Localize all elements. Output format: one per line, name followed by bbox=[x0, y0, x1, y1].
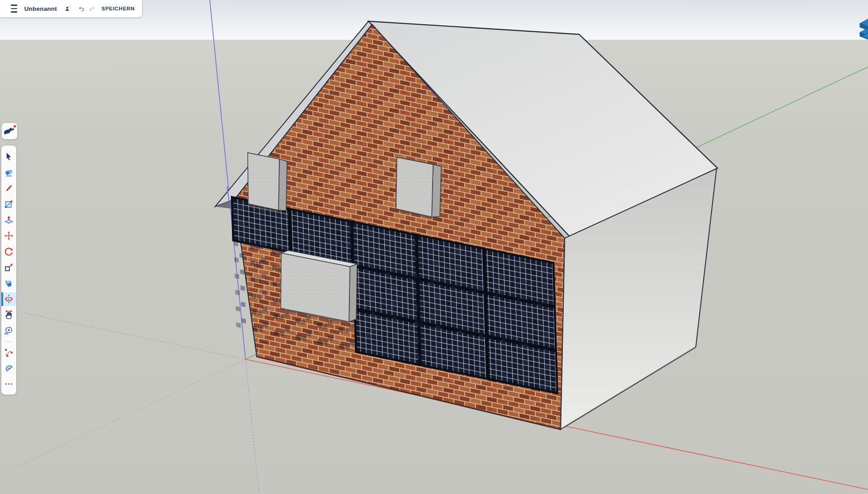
rectangle-shape-icon bbox=[4, 199, 14, 209]
eraser-icon bbox=[4, 167, 14, 178]
move-icon bbox=[4, 231, 14, 241]
tool-paint[interactable] bbox=[1, 277, 16, 290]
3d-viewport[interactable] bbox=[0, 0, 868, 494]
undo-icon[interactable] bbox=[78, 3, 85, 14]
tool-palette bbox=[1, 146, 16, 395]
tool-tape-measure[interactable] bbox=[1, 324, 16, 338]
select-arrow-icon bbox=[4, 151, 14, 162]
box-side-face bbox=[349, 264, 357, 322]
tool-rotate[interactable] bbox=[1, 245, 16, 259]
protractor-icon bbox=[4, 363, 14, 373]
tape-measure-icon bbox=[4, 325, 14, 336]
box-front-face bbox=[396, 157, 433, 217]
pan-hand-icon bbox=[4, 310, 14, 320]
sketchup-logo bbox=[854, 16, 868, 42]
tool-shapes[interactable] bbox=[1, 198, 16, 211]
tool-eraser[interactable] bbox=[1, 166, 16, 179]
paint-bucket-icon bbox=[4, 278, 14, 288]
tool-scale[interactable] bbox=[1, 261, 16, 274]
rotate-icon bbox=[4, 246, 14, 257]
tool-select[interactable] bbox=[1, 150, 16, 164]
sketchup-web-app: Unbenannt SPEICHERN bbox=[0, 0, 868, 494]
dog-icon bbox=[2, 123, 17, 139]
more-tools-icon bbox=[4, 379, 14, 389]
wall-box-upper-left[interactable] bbox=[248, 153, 287, 211]
tool-push-pull[interactable] bbox=[1, 213, 16, 227]
add-collaborator-icon[interactable] bbox=[64, 3, 71, 14]
box-front-face bbox=[248, 153, 279, 210]
box-side-face bbox=[278, 159, 287, 211]
save-button[interactable]: SPEICHERN bbox=[101, 4, 136, 13]
pencil-icon bbox=[4, 183, 14, 193]
scale-icon bbox=[4, 262, 14, 273]
tool-dimensions[interactable] bbox=[1, 346, 16, 359]
wall-box-upper-right[interactable] bbox=[396, 157, 441, 217]
tool-move[interactable] bbox=[1, 229, 16, 243]
tool-dog[interactable] bbox=[2, 123, 17, 139]
toolbar-divider bbox=[5, 341, 13, 342]
tool-flip[interactable] bbox=[1, 292, 16, 306]
document-title: Unbenannt bbox=[24, 5, 57, 12]
tool-protractor[interactable] bbox=[1, 362, 16, 375]
top-toolbar: Unbenannt SPEICHERN bbox=[0, 0, 142, 17]
tool-pan[interactable] bbox=[1, 308, 16, 322]
dimensions-icon bbox=[4, 347, 14, 358]
flip-icon bbox=[4, 294, 14, 304]
push-pull-icon bbox=[4, 215, 14, 225]
redo-icon bbox=[89, 3, 95, 14]
menu-icon[interactable] bbox=[11, 5, 17, 13]
tool-more[interactable] bbox=[1, 377, 16, 391]
tool-line[interactable] bbox=[1, 182, 16, 195]
